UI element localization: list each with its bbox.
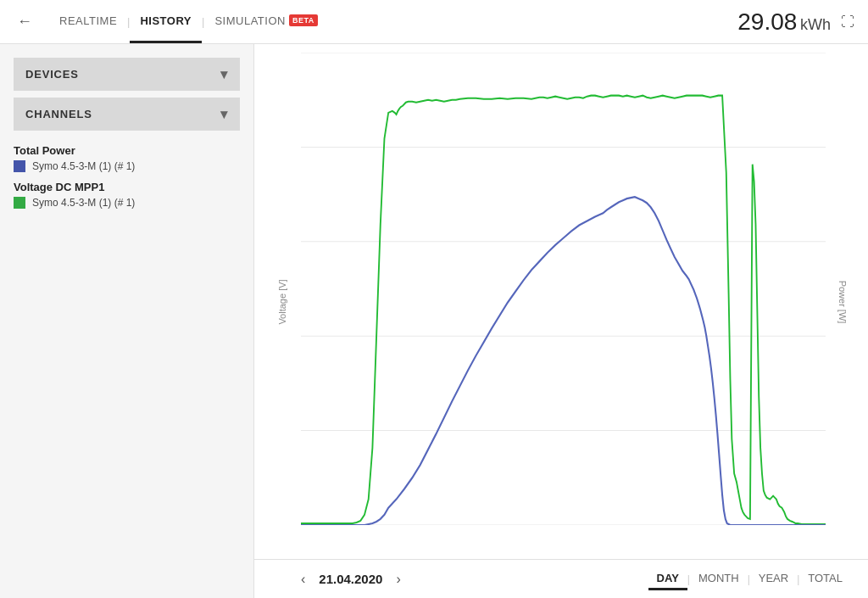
header-left: ← REALTIME | HISTORY | SIMULATION BETA [14, 1, 328, 43]
y-axis-right-label: Power [W] [838, 280, 849, 323]
period-tabs: DAY | MONTH | YEAR | TOTAL [648, 568, 851, 590]
channels-dropdown[interactable]: CHANNELS ▾ [14, 98, 240, 131]
back-button[interactable]: ← [14, 9, 36, 34]
tab-simulation[interactable]: SIMULATION BETA [204, 1, 327, 43]
tab-simulation-label: SIMULATION [214, 14, 286, 27]
tab-year[interactable]: YEAR [750, 568, 797, 590]
main-content: DEVICES ▾ CHANNELS ▾ Total Power Symo 4.… [0, 44, 868, 598]
expand-button[interactable]: ⛶ [841, 14, 854, 30]
legend-title-total-power: Total Power [14, 144, 240, 157]
energy-value: 29.08 kWh [737, 8, 831, 36]
legend-group-total-power: Total Power Symo 4.5-3-M (1) (# 1) [14, 144, 240, 172]
date-navigation: ‹ 21.04.2020 › [301, 572, 401, 587]
channels-label: CHANNELS [25, 108, 92, 120]
legend-item-0: Symo 4.5-3-M (1) (# 1) [14, 160, 240, 172]
devices-label: DEVICES [25, 68, 79, 81]
prev-date-button[interactable]: ‹ [301, 572, 305, 587]
next-date-button[interactable]: › [396, 572, 400, 587]
tab-realtime[interactable]: REALTIME [49, 1, 127, 43]
tab-history[interactable]: HISTORY [130, 1, 202, 43]
devices-arrow-icon: ▾ [220, 66, 228, 82]
legend-group-voltage: Voltage DC MPP1 Symo 4.5-3-M (1) (# 1) [14, 181, 240, 209]
tab-total[interactable]: TOTAL [799, 568, 851, 590]
date-label: 21.04.2020 [319, 572, 382, 586]
devices-dropdown[interactable]: DEVICES ▾ [14, 58, 240, 91]
tab-day[interactable]: DAY [648, 568, 687, 590]
chart-container: Voltage [V] Power [W] 500 400 300 200 10… [254, 44, 868, 559]
beta-badge: BETA [289, 14, 318, 26]
chart-svg: 500 400 300 200 100 0 4000 3200 2400 160… [301, 53, 826, 525]
sidebar: DEVICES ▾ CHANNELS ▾ Total Power Symo 4.… [0, 44, 254, 598]
header-right: 29.08 kWh ⛶ [737, 8, 854, 36]
legend-label-1: Symo 4.5-3-M (1) (# 1) [32, 197, 135, 209]
tab-month[interactable]: MONTH [690, 568, 748, 590]
legend: Total Power Symo 4.5-3-M (1) (# 1) Volta… [14, 144, 240, 217]
channels-arrow-icon: ▾ [220, 106, 228, 122]
legend-label-0: Symo 4.5-3-M (1) (# 1) [32, 160, 135, 172]
header: ← REALTIME | HISTORY | SIMULATION BETA 2… [0, 0, 868, 44]
chart-footer: ‹ 21.04.2020 › DAY | MONTH | YEAR | TOTA… [254, 559, 868, 598]
legend-item-1: Symo 4.5-3-M (1) (# 1) [14, 197, 240, 209]
legend-color-green [14, 197, 25, 209]
y-axis-left-label: Voltage [V] [277, 279, 287, 324]
legend-color-blue [14, 160, 25, 172]
nav-tabs: REALTIME | HISTORY | SIMULATION BETA [49, 1, 328, 43]
chart-area: Voltage [V] Power [W] 500 400 300 200 10… [254, 44, 868, 598]
legend-title-voltage: Voltage DC MPP1 [14, 181, 240, 193]
